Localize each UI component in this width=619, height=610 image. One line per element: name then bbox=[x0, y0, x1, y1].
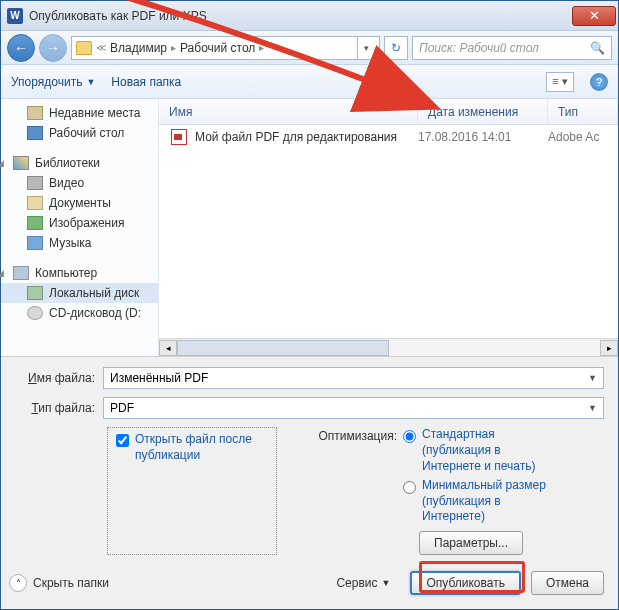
file-type: Adobe Ac bbox=[548, 130, 618, 144]
music-icon bbox=[27, 236, 43, 250]
scroll-right-button[interactable]: ▸ bbox=[600, 340, 618, 356]
file-list[interactable]: Мой файл PDF для редактирования 17.08.20… bbox=[159, 125, 618, 338]
sidebar-item-recent[interactable]: Недавние места bbox=[1, 103, 158, 123]
close-button[interactable]: ✕ bbox=[572, 6, 616, 26]
video-icon bbox=[27, 176, 43, 190]
toolbar: Упорядочить▼ Новая папка ≡ ▾ ? bbox=[1, 65, 618, 99]
computer-icon bbox=[13, 266, 29, 280]
save-dialog-window: W Опубликовать как PDF или XPS ✕ ← → ≪ В… bbox=[0, 0, 619, 610]
optim-minimal-label[interactable]: Минимальный размер (публикация в Интерне… bbox=[422, 478, 562, 525]
word-app-icon: W bbox=[7, 8, 23, 24]
nav-bar: ← → ≪ Владимир ▸ Рабочий стол ▸ ▾ ↻ Поис… bbox=[1, 31, 618, 65]
breadcrumb-seg[interactable]: Владимир bbox=[110, 41, 167, 55]
sidebar-item-cd[interactable]: CD-дисковод (D: bbox=[1, 303, 158, 323]
sidebar-item-music[interactable]: Музыка bbox=[1, 233, 158, 253]
file-area: Имя Дата изменения Тип Мой файл PDF для … bbox=[159, 99, 618, 356]
search-input[interactable]: Поиск: Рабочий стол 🔍 bbox=[412, 36, 612, 60]
bottom-panel: Имя файла: Изменённый PDF▼ Тип файла: PD… bbox=[1, 356, 618, 609]
chevron-right-icon: ▸ bbox=[259, 42, 264, 53]
refresh-button[interactable]: ↻ bbox=[384, 36, 408, 60]
column-headers: Имя Дата изменения Тип bbox=[159, 99, 618, 125]
optimization-label: Оптимизация: bbox=[307, 427, 397, 443]
scroll-thumb[interactable] bbox=[177, 340, 389, 356]
sidebar-item-computer[interactable]: ◢Компьютер bbox=[1, 263, 158, 283]
recent-icon bbox=[27, 106, 43, 120]
hide-folders-button[interactable]: ˄ Скрыть папки bbox=[9, 574, 109, 592]
filename-input[interactable]: Изменённый PDF▼ bbox=[103, 367, 604, 389]
open-after-checkbox-wrap[interactable]: Открыть файл после публикации bbox=[107, 427, 277, 555]
cd-icon bbox=[27, 306, 43, 320]
chevron-up-icon: ˄ bbox=[9, 574, 27, 592]
organize-button[interactable]: Упорядочить▼ bbox=[11, 75, 95, 89]
chevron-right-icon: ▸ bbox=[171, 42, 176, 53]
sidebar-item-video[interactable]: Видео bbox=[1, 173, 158, 193]
scroll-left-button[interactable]: ◂ bbox=[159, 340, 177, 356]
breadcrumb[interactable]: ≪ Владимир ▸ Рабочий стол ▸ ▾ bbox=[71, 36, 380, 60]
sidebar-item-documents[interactable]: Документы bbox=[1, 193, 158, 213]
expand-icon: ◢ bbox=[1, 268, 4, 278]
search-placeholder: Поиск: Рабочий стол bbox=[419, 41, 539, 55]
help-button[interactable]: ? bbox=[590, 73, 608, 91]
parameters-button[interactable]: Параметры... bbox=[419, 531, 523, 555]
col-date[interactable]: Дата изменения bbox=[418, 99, 548, 124]
filename-label: Имя файла: bbox=[15, 371, 95, 385]
optim-minimal-radio[interactable] bbox=[403, 481, 416, 494]
chevron-down-icon: ▼ bbox=[588, 403, 597, 413]
chevron-down-icon: ▼ bbox=[382, 578, 391, 588]
search-icon: 🔍 bbox=[590, 41, 605, 55]
col-name[interactable]: Имя bbox=[159, 99, 418, 124]
file-date: 17.08.2016 14:01 bbox=[418, 130, 548, 144]
file-row[interactable]: Мой файл PDF для редактирования 17.08.20… bbox=[159, 125, 618, 149]
images-icon bbox=[27, 216, 43, 230]
disk-icon bbox=[27, 286, 43, 300]
documents-icon bbox=[27, 196, 43, 210]
pdf-icon bbox=[171, 129, 187, 145]
col-type[interactable]: Тип bbox=[548, 99, 618, 124]
new-folder-button[interactable]: Новая папка bbox=[111, 75, 181, 89]
chevron-down-icon: ▼ bbox=[86, 77, 95, 87]
view-options-button[interactable]: ≡ ▾ bbox=[546, 72, 574, 92]
titlebar: W Опубликовать как PDF или XPS ✕ bbox=[1, 1, 618, 31]
horizontal-scrollbar[interactable]: ◂ ▸ bbox=[159, 338, 618, 356]
expand-icon: ◢ bbox=[1, 158, 4, 168]
desktop-icon bbox=[27, 126, 43, 140]
open-after-label[interactable]: Открыть файл после публикации bbox=[135, 432, 268, 463]
file-name: Мой файл PDF для редактирования bbox=[195, 130, 418, 144]
library-icon bbox=[13, 156, 29, 170]
forward-button[interactable]: → bbox=[39, 34, 67, 62]
optim-standard-label[interactable]: Стандартная (публикация в Интернете и пе… bbox=[422, 427, 562, 474]
sidebar: Недавние места Рабочий стол ◢Библиотеки … bbox=[1, 99, 159, 356]
cancel-button[interactable]: Отмена bbox=[531, 571, 604, 595]
open-after-checkbox[interactable] bbox=[116, 434, 129, 447]
filetype-select[interactable]: PDF▼ bbox=[103, 397, 604, 419]
chevron-down-icon: ▼ bbox=[588, 373, 597, 383]
breadcrumb-dropdown[interactable]: ▾ bbox=[357, 36, 375, 60]
sidebar-item-desktop[interactable]: Рабочий стол bbox=[1, 123, 158, 143]
filetype-label: Тип файла: bbox=[15, 401, 95, 415]
chevron-right-icon: ≪ bbox=[96, 42, 106, 53]
back-button[interactable]: ← bbox=[7, 34, 35, 62]
sidebar-item-images[interactable]: Изображения bbox=[1, 213, 158, 233]
publish-button[interactable]: Опубликовать bbox=[410, 571, 520, 595]
folder-icon bbox=[76, 41, 92, 55]
breadcrumb-seg[interactable]: Рабочий стол bbox=[180, 41, 255, 55]
service-menu[interactable]: Сервис▼ bbox=[336, 576, 390, 590]
optim-standard-radio[interactable] bbox=[403, 430, 416, 443]
sidebar-item-localdisk[interactable]: Локальный диск bbox=[1, 283, 158, 303]
window-title: Опубликовать как PDF или XPS bbox=[29, 9, 572, 23]
sidebar-item-libraries[interactable]: ◢Библиотеки bbox=[1, 153, 158, 173]
